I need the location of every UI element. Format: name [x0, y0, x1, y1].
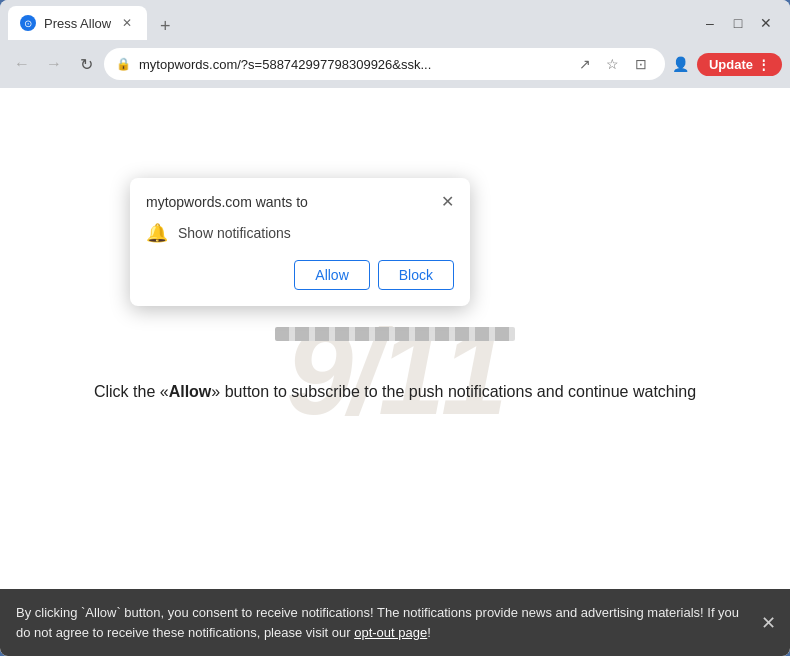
loading-bar [275, 327, 515, 341]
address-actions: ↗ ☆ ⊡ [573, 52, 653, 76]
popup-actions: Allow Block [146, 260, 454, 290]
reload-button[interactable]: ↻ [72, 50, 100, 78]
loading-bar-container [275, 327, 515, 341]
notification-permission-popup: mytopwords.com wants to ✕ 🔔 Show notific… [130, 178, 470, 306]
new-tab-button[interactable]: + [151, 12, 179, 40]
browser-tab[interactable]: ⊙ Press Allow ✕ [8, 6, 147, 40]
tab-close-button[interactable]: ✕ [119, 15, 135, 31]
back-button[interactable]: ← [8, 50, 36, 78]
title-bar: ⊙ Press Allow ✕ + – □ ✕ [0, 0, 790, 40]
window-maximize-button[interactable]: □ [728, 13, 748, 33]
opt-out-link[interactable]: opt-out page [354, 625, 427, 640]
address-bar[interactable]: 🔒 mytopwords.com/?s=588742997798309926&s… [104, 48, 665, 80]
consent-text-after-link: ! [427, 625, 431, 640]
window-close-button[interactable]: ✕ [756, 13, 776, 33]
split-view-icon[interactable]: ⊡ [629, 52, 653, 76]
address-bar-row: ← → ↻ 🔒 mytopwords.com/?s=58874299779830… [0, 40, 790, 88]
tab-bar: ⊙ Press Allow ✕ + [8, 6, 696, 40]
lock-icon: 🔒 [116, 57, 131, 71]
profile-icon[interactable]: 👤 [669, 52, 693, 76]
update-button-label: Update [709, 57, 753, 72]
forward-button[interactable]: → [40, 50, 68, 78]
bell-icon: 🔔 [146, 222, 168, 244]
main-content-text: Click the «Allow» button to subscribe to… [94, 383, 696, 401]
update-button[interactable]: Update ⋮ [697, 53, 782, 76]
toolbar-right: 👤 Update ⋮ [669, 52, 782, 76]
bookmark-icon[interactable]: ☆ [601, 52, 625, 76]
main-text-suffix: » button to subscribe to the push notifi… [211, 383, 696, 400]
consent-bar: By clicking `Allow` button, you consent … [0, 589, 790, 656]
url-text: mytopwords.com/?s=588742997798309926&ssk… [139, 57, 565, 72]
update-menu-icon: ⋮ [757, 57, 770, 72]
tab-favicon: ⊙ [20, 15, 36, 31]
popup-header: mytopwords.com wants to ✕ [146, 194, 454, 210]
consent-close-button[interactable]: ✕ [761, 609, 776, 636]
main-text-bold: Allow [169, 383, 212, 400]
block-button[interactable]: Block [378, 260, 454, 290]
window-controls: – □ ✕ [700, 13, 776, 33]
browser-window: ⊙ Press Allow ✕ + – □ ✕ ← → ↻ 🔒 mytopwor… [0, 0, 790, 656]
popup-description: Show notifications [178, 225, 291, 241]
tab-title: Press Allow [44, 16, 111, 31]
main-text-prefix: Click the « [94, 383, 169, 400]
popup-body: 🔔 Show notifications [146, 222, 454, 244]
allow-button[interactable]: Allow [294, 260, 369, 290]
share-icon[interactable]: ↗ [573, 52, 597, 76]
window-minimize-button[interactable]: – [700, 13, 720, 33]
popup-title: mytopwords.com wants to [146, 194, 308, 210]
popup-close-button[interactable]: ✕ [441, 194, 454, 210]
browser-content: 9/11 Click the «Allow» button to subscri… [0, 88, 790, 656]
